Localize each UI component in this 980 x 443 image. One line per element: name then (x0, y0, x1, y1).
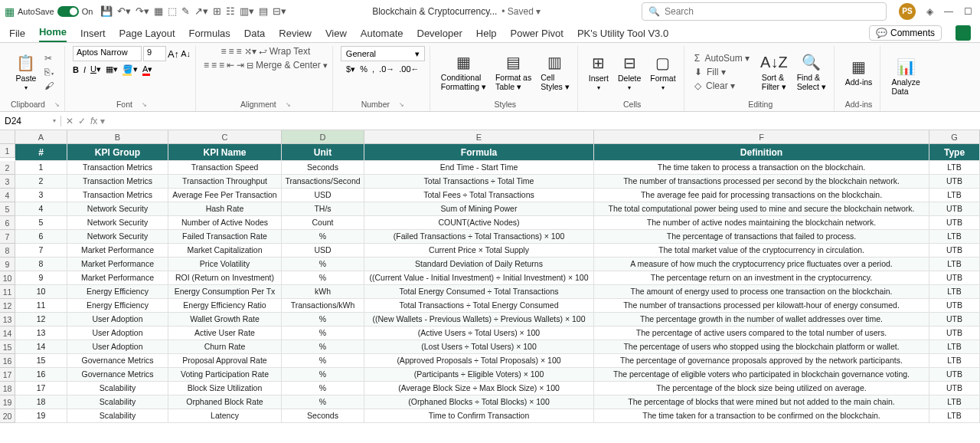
table-header-cell[interactable]: # (15, 144, 67, 161)
cell[interactable]: 18 (15, 395, 67, 409)
currency-button[interactable]: $▾ (346, 64, 355, 74)
tab-developer[interactable]: Developer (417, 25, 462, 42)
cell[interactable]: Seconds (282, 409, 364, 423)
cancel-formula-icon[interactable]: ✕ (66, 116, 74, 126)
increase-decimal-icon[interactable]: .0→ (379, 64, 394, 74)
cell[interactable]: (Lost Users ÷ Total Users) × 100 (364, 340, 594, 354)
file-name[interactable]: Blockchain & Cryptocurrency... • Saved ▾ (372, 6, 541, 17)
qat-icon[interactable]: ↗▾ (194, 5, 208, 17)
decrease-font-icon[interactable]: A↓ (181, 49, 191, 58)
cell[interactable]: UTB (929, 175, 980, 189)
cell[interactable]: User Adoption (67, 340, 168, 354)
align-top-icon[interactable]: ≡ (221, 46, 227, 57)
select-all-corner[interactable] (0, 130, 15, 144)
paste-button[interactable]: 📋Paste▾ (13, 52, 40, 93)
cell[interactable]: 10 (15, 285, 67, 299)
cell[interactable]: Orphaned Block Rate (168, 395, 282, 409)
font-name-select[interactable]: Aptos Narrow (73, 46, 142, 61)
cell[interactable]: The percentage of active users compared … (594, 327, 929, 340)
cell[interactable]: The percentage of governance proposals a… (594, 354, 929, 368)
cell[interactable]: UTB (929, 216, 980, 230)
cell[interactable]: Total Fees ÷ Total Transactions (364, 189, 594, 202)
search-input[interactable]: 🔍 Search (642, 2, 887, 21)
find-select-button[interactable]: 🔍Find & Select ▾ (794, 51, 829, 93)
enter-formula-icon[interactable]: ✓ (78, 116, 86, 126)
cell[interactable]: LTB (929, 395, 980, 409)
font-size-select[interactable]: 9 (143, 46, 166, 61)
cell[interactable]: Proposal Approval Rate (168, 354, 282, 368)
cell[interactable]: The percentage of transactions that fail… (594, 230, 929, 244)
cell[interactable]: Seconds (282, 161, 364, 175)
cell[interactable]: % (282, 230, 364, 244)
autosum-button[interactable]: Σ AutoSum ▾ (692, 52, 754, 64)
row-header[interactable]: 7 (0, 230, 15, 244)
cell[interactable]: Transactions/kWh (282, 299, 364, 313)
cell[interactable]: 4 (15, 202, 67, 216)
cell[interactable]: The percentage of the block size being u… (594, 382, 929, 395)
table-header-cell[interactable]: KPI Group (67, 144, 168, 161)
column-header[interactable]: E (364, 130, 594, 144)
qat-icon[interactable]: ▥▾ (240, 5, 254, 17)
cell[interactable]: Block Size Utilization (168, 382, 282, 395)
cell[interactable]: Market Performance (67, 271, 168, 285)
cell[interactable]: Hash Rate (168, 202, 282, 216)
spreadsheet-grid[interactable]: ABCDEFG1#KPI GroupKPI NameUnitFormulaDef… (0, 130, 980, 423)
cell[interactable]: User Adoption (67, 313, 168, 327)
row-header[interactable]: 5 (0, 202, 15, 216)
comments-button[interactable]: 💬 Comments (869, 25, 942, 41)
row-header[interactable]: 8 (0, 244, 15, 258)
fill-color-button[interactable]: 🪣▾ (122, 64, 138, 74)
column-header[interactable]: D (282, 130, 364, 144)
increase-indent-icon[interactable]: ⇥ (237, 60, 244, 71)
user-avatar[interactable]: PS (899, 3, 916, 20)
sort-filter-button[interactable]: A↓ZSort & Filter ▾ (757, 52, 791, 93)
cell[interactable]: Scalability (67, 395, 168, 409)
cell[interactable]: The number of active nodes maintaining t… (594, 216, 929, 230)
qat-icon[interactable]: ⬚ (168, 5, 177, 17)
cell[interactable]: 13 (15, 327, 67, 340)
row-header[interactable]: 4 (0, 189, 15, 202)
cell[interactable]: The amount of energy used to process one… (594, 285, 929, 299)
increase-font-icon[interactable]: A↑ (168, 48, 179, 60)
tab-data[interactable]: Data (244, 25, 265, 42)
cell[interactable]: Energy Consumption Per Tx (168, 285, 282, 299)
cell[interactable]: The percentage return on an investment i… (594, 271, 929, 285)
cell[interactable]: Market Capitalization (168, 244, 282, 258)
cell[interactable]: % (282, 382, 364, 395)
copy-icon[interactable]: ⎘▾ (42, 66, 57, 78)
row-header[interactable]: 10 (0, 271, 15, 285)
merge-center-button[interactable]: ⊟ Merge & Center ▾ (247, 60, 328, 71)
tab-automate[interactable]: Automate (361, 25, 403, 42)
cell[interactable]: % (282, 258, 364, 271)
row-header[interactable]: 11 (0, 285, 15, 299)
format-painter-icon[interactable]: 🖌 (42, 80, 57, 92)
cell[interactable]: UTB (929, 202, 980, 216)
cell[interactable]: % (282, 327, 364, 340)
row-header[interactable]: 6 (0, 216, 15, 230)
underline-button[interactable]: U▾ (90, 64, 101, 74)
cell[interactable]: Total Transactions ÷ Total Energy Consum… (364, 299, 594, 313)
tab-formulas[interactable]: Formulas (189, 25, 230, 42)
cell[interactable]: Scalability (67, 382, 168, 395)
cell[interactable]: Count (282, 216, 364, 230)
cell[interactable]: UTB (929, 244, 980, 258)
redo-icon[interactable]: ↷▾ (136, 5, 149, 17)
cell[interactable]: % (282, 340, 364, 354)
cell[interactable]: Network Security (67, 216, 168, 230)
cell[interactable]: 5 (15, 216, 67, 230)
cell[interactable]: (Approved Proposals ÷ Total Proposals) ×… (364, 354, 594, 368)
share-button[interactable] (956, 25, 971, 41)
cell[interactable]: (Active Users ÷ Total Users) × 100 (364, 327, 594, 340)
comma-button[interactable]: , (372, 64, 374, 74)
cell[interactable]: Energy Efficiency Ratio (168, 299, 282, 313)
delete-cells-button[interactable]: ⊟Delete▾ (615, 52, 644, 93)
align-center-icon[interactable]: ≡ (211, 60, 217, 71)
cell[interactable]: 17 (15, 382, 67, 395)
tab-insert[interactable]: Insert (80, 25, 106, 42)
name-box[interactable]: D24▾ (0, 116, 61, 126)
row-header[interactable]: 1 (0, 144, 15, 158)
cell[interactable]: Number of Active Nodes (168, 216, 282, 230)
cell[interactable]: Time to Confirm Transaction (364, 409, 594, 423)
cell[interactable]: 1 (15, 161, 67, 175)
cell[interactable]: UTB (929, 382, 980, 395)
